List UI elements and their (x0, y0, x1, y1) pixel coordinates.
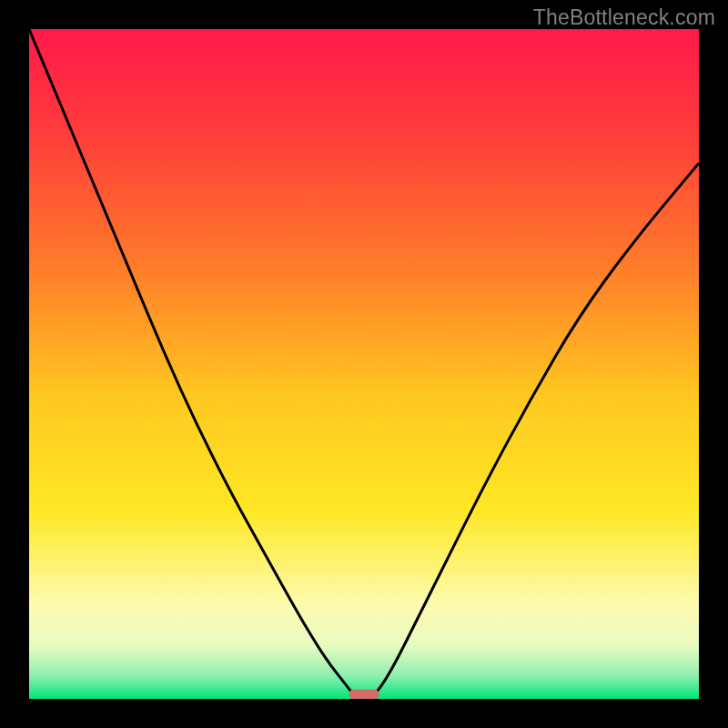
watermark-text: TheBottleneck.com (533, 5, 715, 30)
chart-svg (29, 29, 699, 699)
chart-plot-area (29, 29, 699, 699)
bottleneck-marker (349, 690, 379, 699)
gradient-background (29, 29, 699, 699)
